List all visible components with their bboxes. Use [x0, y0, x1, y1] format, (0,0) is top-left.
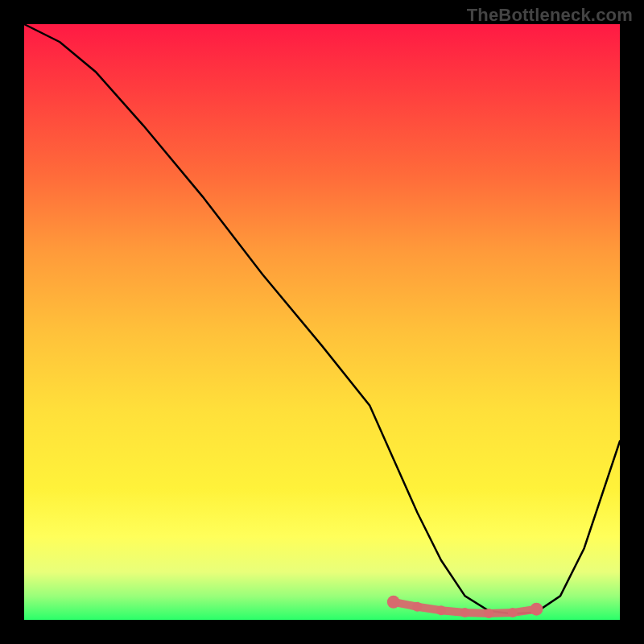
sweet-spot-dot	[412, 602, 422, 612]
sweet-spot-dot	[508, 608, 518, 617]
watermark-text: TheBottleneck.com	[467, 5, 633, 26]
bottleneck-curve	[24, 24, 620, 614]
chart-svg	[0, 0, 644, 644]
bottleneck-curve-path	[24, 24, 620, 614]
sweet-spot-dot	[460, 608, 470, 617]
sweet-spot-dot	[484, 609, 493, 618]
sweet-spot-highlight	[387, 596, 543, 618]
sweet-spot-dot	[436, 605, 446, 615]
sweet-spot-end-dot	[387, 596, 400, 609]
sweet-spot-end-dot	[530, 603, 543, 616]
